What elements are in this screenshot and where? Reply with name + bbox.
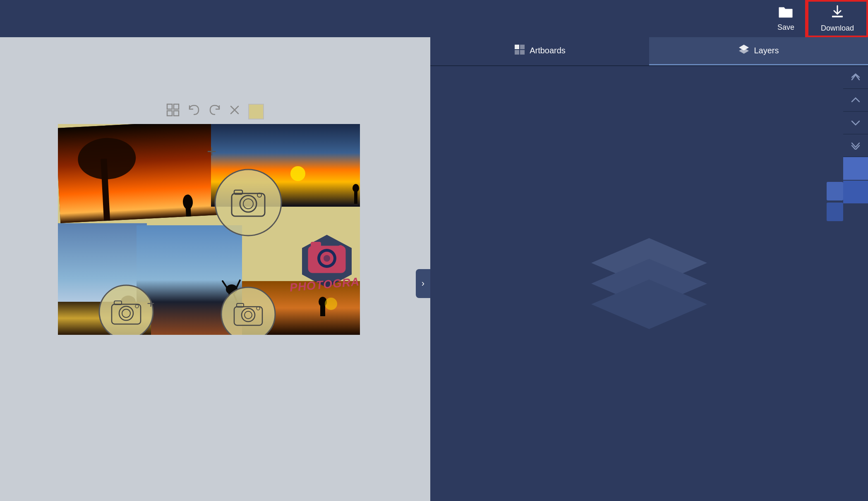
- right-panel: Artboards Layers ›: [430, 37, 868, 501]
- scroll-buttons: [843, 66, 868, 203]
- close-button[interactable]: [229, 105, 240, 118]
- layers-tab-label: Layers: [754, 46, 779, 55]
- svg-rect-29: [320, 306, 325, 316]
- svg-rect-0: [832, 16, 843, 17]
- svg-point-38: [99, 285, 153, 335]
- scroll-down-button[interactable]: [843, 112, 868, 134]
- svg-rect-1: [167, 104, 172, 109]
- undo-button[interactable]: [188, 104, 200, 119]
- svg-rect-4: [174, 111, 179, 116]
- svg-point-55: [324, 255, 330, 262]
- svg-rect-3: [167, 111, 172, 116]
- svg-marker-64: [739, 48, 749, 54]
- main-layout: + +: [0, 37, 868, 501]
- grid-button[interactable]: [166, 103, 180, 119]
- layer-accent-2[interactable]: [843, 181, 868, 203]
- download-button[interactable]: Download: [807, 0, 868, 37]
- layer-accent-1[interactable]: [843, 157, 868, 180]
- canvas-area: + +: [0, 37, 430, 501]
- svg-rect-7: [58, 124, 218, 223]
- panel-tabs: Artboards Layers: [430, 37, 868, 66]
- scroll-up-button[interactable]: [843, 89, 868, 112]
- svg-rect-2: [174, 104, 179, 109]
- tab-layers[interactable]: Layers: [649, 37, 868, 65]
- svg-point-15: [352, 184, 359, 192]
- layers-icon: [738, 44, 750, 58]
- color-swatch[interactable]: [248, 104, 264, 119]
- svg-text:+: +: [147, 296, 155, 311]
- svg-point-57: [338, 245, 343, 251]
- collage-container[interactable]: + +: [58, 124, 360, 335]
- svg-rect-59: [515, 45, 519, 49]
- svg-point-14: [290, 166, 305, 181]
- redo-button[interactable]: [209, 104, 221, 119]
- save-icon: [778, 6, 793, 21]
- svg-rect-62: [520, 50, 525, 55]
- download-icon: [830, 5, 844, 22]
- tab-artboards[interactable]: Artboards: [430, 37, 649, 65]
- svg-rect-11: [186, 208, 191, 217]
- artboards-icon: [514, 44, 525, 58]
- header: Save Download: [0, 0, 868, 37]
- svg-rect-61: [515, 50, 519, 55]
- canvas-toolbar: [166, 103, 264, 119]
- save-label: Save: [777, 23, 794, 32]
- scroll-bottom-button[interactable]: [843, 134, 868, 157]
- panel-collapse-button[interactable]: ›: [416, 269, 430, 298]
- svg-rect-56: [311, 242, 321, 247]
- svg-point-30: [325, 298, 337, 310]
- svg-text:+: +: [207, 142, 216, 160]
- collapse-icon: ›: [422, 278, 424, 289]
- svg-rect-60: [520, 45, 525, 49]
- scroll-top-button[interactable]: [843, 66, 868, 89]
- artboards-tab-label: Artboards: [530, 46, 566, 55]
- svg-rect-16: [354, 191, 357, 204]
- svg-point-31: [215, 169, 281, 236]
- download-label: Download: [821, 24, 854, 33]
- save-button[interactable]: Save: [765, 0, 807, 37]
- panel-content: ›: [430, 66, 868, 501]
